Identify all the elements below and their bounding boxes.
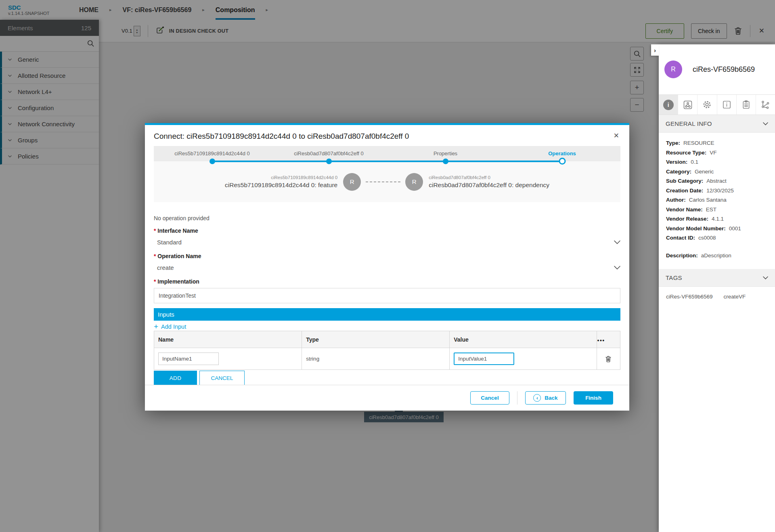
gear-icon	[702, 100, 712, 110]
add-row-button[interactable]: ADD	[154, 371, 197, 386]
menu-dots-icon: ●●●	[597, 338, 605, 342]
interface-name-label: Interface Name	[154, 227, 620, 234]
input-name-field[interactable]	[158, 353, 219, 365]
inputs-table-header-row: Name Type Value ●●●	[154, 331, 620, 348]
chevron-down-icon	[614, 266, 620, 269]
input-type-cell: string	[302, 348, 450, 370]
info-field: Vendor Release:4.1.1	[666, 214, 768, 224]
composition-icon	[683, 100, 693, 110]
add-input-button[interactable]: + Add Input	[154, 323, 186, 331]
wizard-stepper: ciRes5b7109189c8914d2c44d 0 ciResb0ad7d8…	[154, 146, 620, 161]
trash-icon	[605, 356, 611, 362]
panel-header: R ciRes-VF659b6569	[659, 44, 775, 94]
modal-title: Connect: ciRes5b7109189c8914d2c44d 0 to …	[145, 125, 629, 146]
connect-wizard-modal: Connect: ciRes5b7109189c8914d2c44d 0 to …	[145, 123, 629, 411]
step-dot-current	[559, 158, 566, 165]
general-info-list: Type:RESOURCE Resource Type:VF Version:0…	[659, 133, 775, 260]
column-header-name: Name	[154, 331, 302, 348]
plus-icon: +	[154, 323, 158, 330]
info-field: Sub Category:Abstract	[666, 176, 768, 186]
tag-item: createVF	[724, 294, 746, 300]
avatar: R	[664, 61, 682, 78]
general-info-section-header[interactable]: GENERAL INFO	[659, 115, 775, 133]
chevron-down-icon	[763, 122, 768, 125]
implementation-label: Implementation	[154, 278, 620, 285]
cancel-button[interactable]: Cancel	[470, 391, 509, 405]
operation-name-select[interactable]: create	[154, 262, 620, 273]
tab-deployment-artifacts[interactable]	[678, 95, 698, 115]
relationship-dashed-line	[366, 182, 400, 182]
tab-information[interactable]: i	[659, 95, 678, 115]
info-field: Contact ID:cs0008	[666, 233, 768, 243]
input-value-field[interactable]	[454, 353, 514, 365]
finish-button[interactable]: Finish	[574, 391, 613, 405]
info-field: Version:0.1	[666, 157, 768, 167]
tab-settings[interactable]	[698, 95, 717, 115]
target-node-text: ciResb0ad7d807af0bf4c2eff 0 ciResb0ad7d8…	[429, 175, 549, 189]
info-field: Vendor Name:EST	[666, 205, 768, 215]
inputs-table: Name Type Value ●●● string	[154, 331, 620, 370]
back-button[interactable]: ‹ Back	[525, 391, 566, 405]
chevron-down-icon	[763, 276, 768, 280]
operation-name-label: Operation Name	[154, 253, 620, 260]
tab-requirements-capabilities[interactable]	[756, 95, 775, 115]
info-field: Author:Carlos Santana	[666, 195, 768, 205]
graph-icon	[760, 100, 770, 110]
tags-section-header[interactable]: TAGS	[659, 269, 775, 287]
input-row: string	[154, 348, 620, 370]
info-field: Category:Generic	[666, 167, 768, 177]
info-field: Creation Date:12/30/2025	[666, 186, 768, 196]
row-actions: ADD CANCEL	[154, 371, 620, 386]
cancel-row-button[interactable]: CANCEL	[199, 371, 245, 386]
source-node-text: ciRes5b7109189c8914d2c44d 0 ciRes5b71091…	[225, 175, 337, 189]
panel-collapse-handle[interactable]: ›	[651, 44, 659, 56]
step-dot-done	[209, 159, 215, 164]
column-header-actions: ●●●	[597, 331, 620, 348]
resource-name: ciRes-VF659b6569	[693, 65, 755, 74]
modal-close-button[interactable]: ✕	[611, 131, 622, 140]
step-dot-done	[443, 159, 448, 164]
back-chevron-icon: ‹	[533, 394, 541, 402]
detail-panel: › R ciRes-VF659b6569 i	[659, 44, 775, 532]
sdc-app: SDC v.1.14.1-SNAPSHOT HOME ▸ VF: ciRes-V…	[0, 0, 775, 532]
tags-list: ciRes-VF659b6569 createVF	[659, 287, 775, 307]
interface-name-select[interactable]: Standard	[154, 237, 620, 247]
footer-divider	[517, 391, 517, 405]
info-field: Resource Type:VF	[666, 148, 768, 158]
info-field: Type:RESOURCE	[666, 138, 768, 148]
modal-footer: Cancel ‹ Back Finish	[145, 385, 629, 411]
description-field: Description:aDescription	[666, 251, 768, 261]
column-header-value: Value	[450, 331, 597, 348]
source-node-icon: R	[343, 173, 361, 191]
tab-properties[interactable]	[717, 95, 737, 115]
info-icon: i	[663, 100, 674, 110]
panel-tabs: i	[659, 94, 775, 115]
step-dot-done	[326, 159, 332, 164]
tag-item: ciRes-VF659b6569	[666, 294, 713, 300]
tags-title: TAGS	[666, 274, 682, 281]
delete-input-row-button[interactable]	[605, 355, 612, 363]
tab-activity-log[interactable]	[737, 95, 756, 115]
column-header-type: Type	[302, 331, 450, 348]
no-operation-text: No operation provided	[154, 215, 620, 222]
chevron-down-icon	[614, 240, 620, 244]
clipboard-icon	[741, 100, 751, 109]
implementation-input[interactable]	[154, 288, 620, 303]
info-square-icon	[722, 100, 731, 109]
info-field: Vendor Model Number:0001	[666, 224, 768, 234]
operations-form: No operation provided Interface Name Sta…	[145, 215, 629, 386]
general-info-title: GENERAL INFO	[666, 120, 712, 127]
stepper-progress-line	[212, 161, 562, 162]
inputs-section-header: Inputs	[154, 308, 620, 321]
relationship-diagram: ciRes5b7109189c8914d2c44d 0 ciRes5b71091…	[154, 161, 620, 202]
target-node-icon: R	[405, 173, 423, 191]
